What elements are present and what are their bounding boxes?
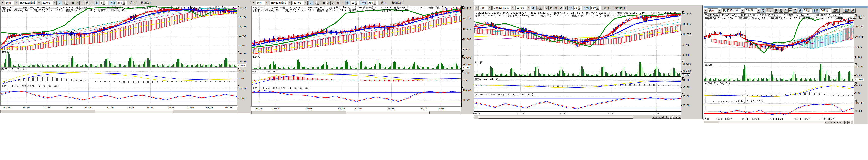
ashi-count-stepper[interactable]: 1 (536, 6, 544, 10)
collapse-section-button[interactable] (237, 68, 240, 70)
collapse-section-button[interactable] (237, 84, 240, 87)
chart-canvas-price[interactable] (704, 13, 854, 63)
ashi-count-stepper[interactable]: 1 (63, 1, 70, 5)
scrollbar-thumb[interactable] (719, 121, 838, 123)
collapse-section-button[interactable] (462, 6, 464, 8)
chart-nav-button[interactable]: + (827, 121, 830, 124)
chart-canvas-macd[interactable] (252, 70, 462, 86)
chart-nav-button[interactable]: ▸ (839, 121, 842, 124)
chart-canvas-vol[interactable] (1, 50, 237, 68)
collapse-section-button[interactable] (237, 50, 240, 53)
chart-nav-button[interactable]: X (850, 121, 853, 124)
period-tick-button[interactable]: T (563, 6, 568, 10)
bars-stepper[interactable]: 500 (368, 1, 378, 5)
contract-month-select[interactable]: 12/06▼ (292, 1, 308, 5)
symbol-select[interactable]: 日経225mini▼ (19, 1, 41, 5)
period-minute-button[interactable]: 分 (336, 1, 340, 5)
period-month-button[interactable]: 月 (80, 1, 84, 5)
chart-canvas-vol[interactable] (474, 61, 681, 77)
chart-nav-button[interactable]: + (655, 116, 658, 119)
chevron-down-icon[interactable]: ▼ (718, 8, 721, 12)
chevron-down-icon[interactable]: ▼ (265, 1, 269, 5)
horizontal-scrollbar[interactable] (0, 110, 237, 113)
period-month-button[interactable]: 月 (554, 6, 558, 10)
stepper-icon[interactable] (373, 1, 376, 4)
scrollbar-thumb[interactable] (478, 116, 633, 119)
apply-button[interactable]: 適用 (602, 6, 610, 10)
chevron-down-icon[interactable]: ▼ (741, 8, 744, 12)
multi-symbol-button[interactable]: 複数銘柄 (391, 1, 403, 5)
chevron-down-icon[interactable]: ▼ (53, 1, 57, 5)
chevron-down-icon[interactable]: ▼ (37, 1, 41, 5)
symbol-category-select[interactable]: 先物▼ (478, 6, 492, 10)
collapse-section-button[interactable] (682, 77, 684, 80)
chevron-down-icon[interactable]: ▼ (756, 8, 760, 12)
window-menu-button[interactable]: ▼ (704, 8, 708, 12)
window-menu-button[interactable]: ▼ (474, 6, 478, 10)
chart-canvas-macd[interactable] (474, 77, 681, 92)
stepper-icon[interactable] (578, 6, 580, 10)
apply-button[interactable]: 適用 (129, 1, 136, 5)
stepper-icon[interactable] (596, 6, 599, 10)
contract-month-select[interactable]: 12/06▼ (515, 6, 531, 10)
stepper-icon[interactable] (539, 6, 542, 10)
collapse-section-button[interactable] (854, 63, 857, 65)
chart-nav-button[interactable]: − (658, 116, 661, 119)
bars-stepper[interactable]: 500 (820, 8, 831, 12)
collapse-section-button[interactable] (682, 11, 684, 13)
apply-button[interactable]: 適用 (832, 8, 840, 12)
scrollbar-thumb[interactable] (95, 110, 173, 113)
stepper-icon[interactable] (355, 1, 358, 4)
symbol-category-select[interactable]: 先物▼ (708, 8, 721, 12)
symbol-select[interactable]: 日経225mini▼ (492, 6, 515, 10)
chart-nav-button[interactable]: ◂ (652, 116, 655, 119)
bars-stepper[interactable]: 500 (590, 6, 601, 10)
chart-canvas-stoch[interactable] (252, 86, 462, 107)
chart-nav-button[interactable]: ▸ (666, 116, 670, 119)
contract-month-select[interactable]: 12/06▼ (41, 1, 57, 5)
stepper-icon[interactable] (102, 1, 105, 4)
collapse-section-button[interactable] (854, 13, 857, 16)
chart-nav-button[interactable]: − (830, 121, 833, 124)
chevron-down-icon[interactable]: ▼ (288, 1, 292, 5)
symbol-category-select[interactable]: 先物▼ (256, 1, 269, 5)
collapse-section-button[interactable] (854, 99, 857, 102)
period-week-button[interactable]: 週 (327, 1, 331, 5)
collapse-section-button[interactable] (462, 70, 464, 72)
collapse-section-button[interactable] (682, 92, 684, 95)
contract-month-select[interactable]: 12/06▼ (745, 8, 760, 12)
window-menu-button[interactable]: ▼ (1, 1, 4, 5)
chart-canvas-price[interactable] (474, 11, 681, 61)
period-minute-button[interactable]: 分 (85, 1, 89, 5)
collapse-section-button[interactable] (682, 61, 684, 63)
period-day-button[interactable]: 日 (71, 1, 75, 5)
chart-nav-button[interactable]: ◆ (661, 116, 663, 119)
chart-canvas-vol[interactable] (704, 63, 854, 82)
chart-nav-button[interactable]: D (842, 121, 845, 124)
chart-nav-button[interactable]: ▪ (663, 116, 666, 119)
chart-nav-button[interactable]: R (845, 121, 847, 124)
chart-nav-button[interactable]: ⊕ (675, 116, 678, 119)
chart-nav-button[interactable]: ◂ (824, 121, 827, 124)
chart-nav-button[interactable]: X (678, 116, 681, 119)
collapse-section-button[interactable] (462, 55, 464, 57)
scrollbar-thumb[interactable] (346, 111, 430, 114)
bars-stepper[interactable]: 500 (117, 1, 127, 5)
period-tick-button[interactable]: T (341, 1, 345, 5)
chart-nav-button[interactable]: ▪ (836, 121, 839, 124)
period-day-button[interactable]: 日 (774, 8, 778, 12)
collapse-section-button[interactable] (462, 86, 464, 89)
symbol-select[interactable]: 日経225mini▼ (270, 1, 292, 5)
chart-canvas-stoch[interactable] (474, 92, 681, 112)
chart-canvas-stoch[interactable] (1, 84, 237, 106)
horizontal-scrollbar[interactable]: ◂+−◆▪▸DR⊕X (474, 116, 681, 119)
stepper-icon[interactable] (65, 1, 68, 4)
period-week-button[interactable]: 週 (549, 6, 553, 10)
chart-nav-button[interactable]: D (670, 116, 672, 119)
horizontal-scrollbar[interactable]: ◂+−◆▪▸DR⊕X (704, 121, 854, 123)
chart-nav-button[interactable]: ◆ (833, 121, 836, 124)
chevron-down-icon[interactable]: ▼ (304, 1, 308, 5)
chart-nav-button[interactable]: ⊕ (847, 121, 850, 124)
symbol-select[interactable]: 日経225mini▼ (722, 8, 744, 12)
chart-canvas-macd[interactable] (1, 68, 237, 84)
